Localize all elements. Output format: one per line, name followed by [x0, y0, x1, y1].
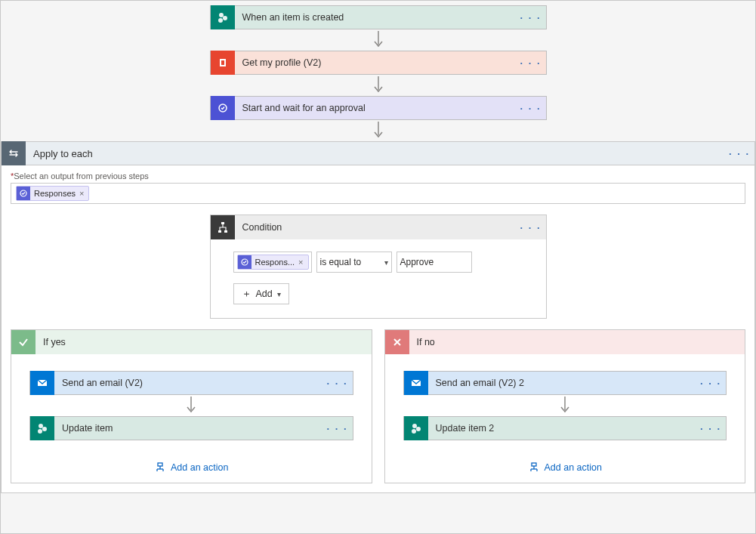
chevron-down-icon: ▾: [277, 290, 281, 298]
branch-header-yes: If yes: [11, 330, 372, 354]
token-response[interactable]: Respons... ×: [237, 255, 309, 270]
action-start-approval[interactable]: Start and wait for an approval · · ·: [210, 96, 547, 120]
sharepoint-icon: [211, 5, 235, 29]
ellipsis-icon[interactable]: · · ·: [516, 222, 546, 233]
token-label: Respons...: [255, 258, 295, 267]
remove-token-icon[interactable]: ×: [298, 258, 303, 267]
trigger-label: When an item is created: [235, 12, 516, 23]
ellipsis-icon[interactable]: · · ·: [516, 12, 546, 23]
condition-title: Condition: [235, 222, 516, 233]
action-get-my-profile[interactable]: Get my profile (V2) · · ·: [210, 51, 547, 75]
condition-row: Respons... × is equal to ▾ Approve: [233, 252, 523, 273]
outlook-icon: [30, 371, 54, 395]
chevron-down-icon: ▾: [384, 258, 388, 267]
condition-icon: [211, 215, 235, 239]
ellipsis-icon[interactable]: · · ·: [516, 57, 546, 69]
svg-rect-9: [224, 230, 227, 233]
apply-to-each-label: Apply to each: [26, 148, 724, 159]
condition-container: Condition · · · Respons... ×: [11, 215, 745, 319]
arrow-down-icon: [374, 120, 383, 141]
close-icon: [385, 330, 409, 354]
branch-header-no: If no: [385, 330, 745, 354]
action-label: Get my profile (V2): [235, 57, 516, 68]
action-label: Send an email (V2): [54, 378, 322, 388]
arrow-down-icon: [560, 395, 569, 416]
sharepoint-icon: [30, 416, 54, 440]
add-action-icon: [528, 461, 540, 474]
sharepoint-icon: [404, 416, 428, 440]
action-send-email-2[interactable]: Send an email (V2) 2 · · ·: [403, 371, 727, 395]
svg-rect-8: [218, 230, 221, 233]
condition-left-value[interactable]: Respons... ×: [233, 252, 312, 273]
arrow-down-icon: [374, 29, 383, 51]
ellipsis-icon[interactable]: · · ·: [696, 423, 726, 434]
output-selector-field[interactable]: Responses ×: [11, 183, 745, 204]
svg-rect-7: [221, 222, 224, 224]
action-label: Update item 2: [428, 423, 696, 434]
action-apply-to-each-header[interactable]: Apply to each · · ·: [1, 141, 755, 165]
branch-label: If no: [409, 337, 745, 347]
svg-rect-22: [532, 463, 536, 466]
condition-right-value[interactable]: Approve: [397, 252, 472, 273]
arrow-down-icon: [374, 75, 383, 96]
approvals-icon: [238, 255, 251, 269]
add-condition-button[interactable]: ＋ Add ▾: [233, 283, 289, 304]
action-label: Send an email (V2) 2: [428, 378, 696, 388]
action-label: Update item: [54, 423, 322, 434]
action-send-email[interactable]: Send an email (V2) · · ·: [29, 371, 353, 395]
arrow-down-icon: [187, 395, 196, 416]
add-action-link[interactable]: Add an action: [154, 461, 228, 474]
outlook-icon: [404, 371, 428, 395]
ellipsis-icon[interactable]: · · ·: [322, 423, 353, 434]
add-action-icon: [154, 461, 166, 474]
condition-body: Respons... × is equal to ▾ Approve ＋ Add: [211, 239, 546, 318]
token-label: Responses: [34, 189, 76, 198]
token-responses[interactable]: Responses ×: [16, 186, 89, 201]
output-selector-label: *Select an output from previous steps: [11, 171, 745, 181]
action-label: Start and wait for an approval: [235, 103, 516, 113]
loop-icon: [2, 141, 26, 165]
remove-token-icon[interactable]: ×: [79, 189, 84, 198]
branch-if-no: If no Send an email (V2) 2 · · ·: [384, 329, 746, 483]
ellipsis-icon[interactable]: · · ·: [724, 148, 754, 159]
svg-rect-13: [158, 463, 162, 466]
action-update-item[interactable]: Update item · · ·: [29, 416, 353, 440]
svg-rect-2: [221, 60, 224, 65]
branch-label: If yes: [35, 337, 372, 347]
apply-to-each-body: *Select an output from previous steps Re…: [1, 165, 755, 493]
trigger-when-item-created[interactable]: When an item is created · · ·: [210, 5, 547, 29]
plus-icon: ＋: [242, 288, 251, 301]
ellipsis-icon[interactable]: · · ·: [696, 378, 726, 389]
condition-operator-select[interactable]: is equal to ▾: [316, 252, 392, 273]
trigger-sequence: When an item is created · · · Get my pro…: [1, 1, 755, 141]
action-update-item-2[interactable]: Update item 2 · · ·: [403, 416, 727, 440]
ellipsis-icon[interactable]: · · ·: [322, 378, 353, 389]
approvals-icon: [211, 96, 235, 120]
condition-header[interactable]: Condition · · ·: [211, 215, 546, 239]
approvals-icon: [17, 187, 30, 200]
branch-if-yes: If yes Send an email (V2) · · ·: [11, 329, 372, 483]
ellipsis-icon[interactable]: · · ·: [516, 103, 546, 114]
add-action-link[interactable]: Add an action: [528, 461, 602, 474]
condition-card: Condition · · · Respons... ×: [210, 215, 547, 319]
condition-branches: If yes Send an email (V2) · · ·: [11, 329, 745, 483]
office365-icon: [211, 51, 235, 75]
check-icon: [11, 330, 35, 354]
